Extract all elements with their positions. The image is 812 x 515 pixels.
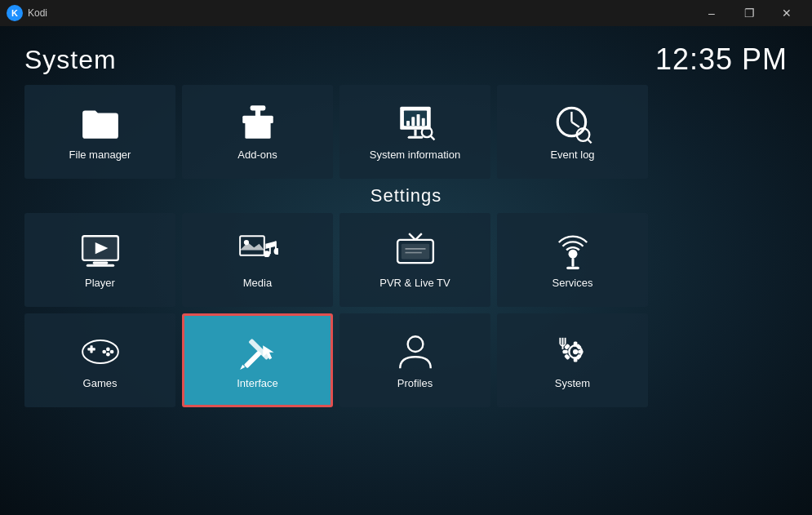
tile-system[interactable]: System xyxy=(497,313,648,407)
title-bar-title: Kodi xyxy=(28,7,47,19)
presentation-icon xyxy=(395,103,436,144)
svg-rect-42 xyxy=(90,345,92,353)
tile-player[interactable]: Player xyxy=(24,213,175,307)
svg-rect-38 xyxy=(571,258,574,267)
tile-label-interface: Interface xyxy=(237,377,278,389)
settings-label-text: Settings xyxy=(371,185,442,206)
grid-section: File manager Add-ons xyxy=(0,81,812,407)
media-icon xyxy=(237,231,278,272)
svg-line-13 xyxy=(430,136,434,140)
svg-rect-9 xyxy=(421,118,424,126)
tile-label-event-log: Event log xyxy=(550,149,594,161)
tile-pvr-live-tv[interactable]: PVR & Live TV xyxy=(339,213,490,307)
settings-icon xyxy=(552,331,593,372)
svg-rect-3 xyxy=(250,105,265,110)
minimize-button[interactable]: – xyxy=(693,0,730,26)
svg-rect-22 xyxy=(92,262,108,264)
svg-point-44 xyxy=(109,350,113,354)
tile-label-services: Services xyxy=(552,277,593,289)
tile-interface[interactable]: Interface xyxy=(182,313,333,407)
svg-rect-23 xyxy=(86,264,113,267)
folder-icon xyxy=(80,103,121,144)
profile-icon xyxy=(395,331,436,372)
svg-point-51 xyxy=(407,336,423,352)
tile-services[interactable]: Services xyxy=(497,213,648,307)
tile-label-games: Games xyxy=(83,377,118,389)
svg-point-45 xyxy=(106,353,110,357)
svg-rect-34 xyxy=(401,244,428,260)
title-bar: K Kodi – ❐ ✕ xyxy=(0,0,812,26)
gamepad-icon xyxy=(80,331,121,372)
svg-point-27 xyxy=(264,251,270,257)
tile-media[interactable]: Media xyxy=(182,213,333,307)
svg-line-18 xyxy=(587,140,591,144)
tile-label-profiles: Profiles xyxy=(397,377,433,389)
tile-event-log[interactable]: Event log xyxy=(497,85,648,179)
tile-label-player: Player xyxy=(85,277,115,289)
tile-file-manager[interactable]: File manager xyxy=(24,85,175,179)
interface-icon xyxy=(237,331,278,372)
monitor-play-icon xyxy=(80,231,121,272)
svg-marker-48 xyxy=(240,365,245,370)
svg-point-46 xyxy=(102,350,106,354)
svg-rect-10 xyxy=(414,130,416,136)
tile-label-pvr-live-tv: PVR & Live TV xyxy=(379,277,450,289)
tile-profiles[interactable]: Profiles xyxy=(339,313,490,407)
settings-section-label: Settings xyxy=(24,185,788,206)
svg-rect-6 xyxy=(406,121,410,126)
maximize-button[interactable]: ❐ xyxy=(730,0,768,26)
tile-label-add-ons: Add-ons xyxy=(237,149,277,161)
header-row: System 12:35 PM xyxy=(0,34,812,81)
tile-label-system-information: System information xyxy=(370,149,460,161)
box-icon xyxy=(237,103,278,144)
svg-rect-57 xyxy=(578,350,583,354)
svg-rect-0 xyxy=(245,121,270,139)
kodi-logo: K xyxy=(7,5,23,21)
clock-display: 12:35 PM xyxy=(655,42,788,77)
clock-search-icon xyxy=(552,103,593,144)
svg-line-16 xyxy=(571,122,579,127)
svg-point-43 xyxy=(106,348,110,352)
svg-rect-39 xyxy=(566,267,579,269)
svg-rect-8 xyxy=(416,114,419,126)
svg-rect-7 xyxy=(411,117,415,126)
svg-rect-11 xyxy=(407,136,423,139)
tile-label-system: System xyxy=(555,377,590,389)
svg-rect-47 xyxy=(243,350,261,368)
page-title: System xyxy=(24,45,117,75)
tile-system-information[interactable]: System information xyxy=(339,85,490,179)
close-button[interactable]: ✕ xyxy=(768,0,805,26)
title-bar-left: K Kodi xyxy=(7,5,47,21)
broadcast-icon xyxy=(552,231,593,272)
tile-add-ons[interactable]: Add-ons xyxy=(182,85,333,179)
tv-icon xyxy=(395,231,436,272)
svg-marker-26 xyxy=(240,242,264,250)
main-content: System 12:35 PM File manager xyxy=(0,26,812,515)
tile-label-file-manager: File manager xyxy=(69,149,131,161)
svg-point-37 xyxy=(568,250,577,259)
title-bar-controls: – ❐ ✕ xyxy=(693,0,805,26)
settings-row-2: Games Interface xyxy=(24,313,788,407)
settings-row-1: Player xyxy=(24,213,788,307)
top-row: File manager Add-ons xyxy=(24,85,788,179)
tile-games[interactable]: Games xyxy=(24,313,175,407)
svg-rect-56 xyxy=(562,350,567,354)
settings-rows: Player xyxy=(24,213,788,407)
svg-point-53 xyxy=(573,349,578,354)
tile-label-media: Media xyxy=(243,277,272,289)
